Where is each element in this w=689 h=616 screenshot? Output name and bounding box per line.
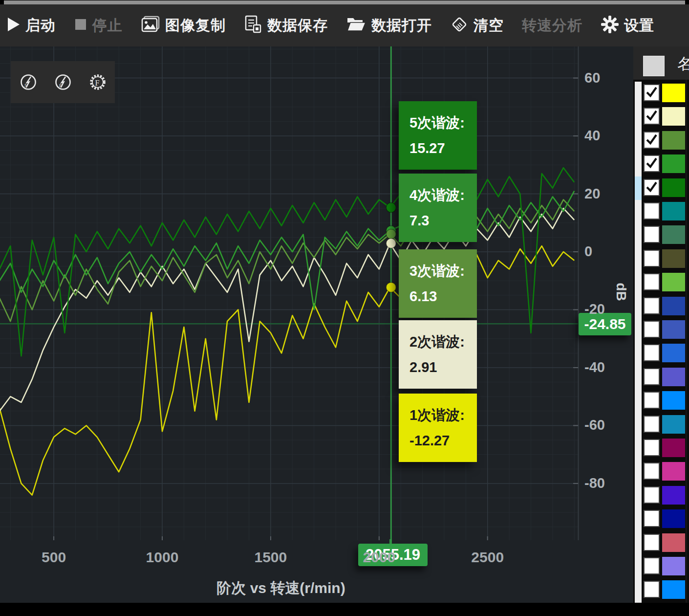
series-color-swatch-3[interactable] — [662, 131, 685, 150]
checkmark-icon — [645, 109, 659, 123]
series-color-swatch-12[interactable] — [662, 344, 685, 362]
row-header-22[interactable] — [635, 578, 642, 602]
series-color-swatch-1[interactable] — [662, 84, 685, 102]
row-header-19[interactable] — [635, 507, 642, 531]
order-spectrum-plot[interactable] — [0, 46, 579, 540]
y-tick-label: -40 — [584, 359, 623, 375]
series-visible-checkbox-1[interactable] — [644, 84, 660, 101]
row-header-10[interactable] — [635, 295, 642, 319]
series-color-swatch-5[interactable] — [662, 178, 685, 197]
image-copy-button[interactable]: 图像复制 — [141, 16, 226, 36]
row-header-5[interactable] — [635, 176, 642, 200]
row-header-15[interactable] — [635, 413, 642, 437]
main-toolbar: 启动 停止 图像复制 数据保存 — [0, 4, 689, 46]
row-header-11[interactable] — [635, 318, 642, 342]
series-color-swatch-11[interactable] — [662, 320, 685, 339]
series-color-swatch-2[interactable] — [662, 107, 685, 126]
series-visible-checkbox-16[interactable] — [644, 439, 660, 456]
series-visible-checkbox-12[interactable] — [644, 344, 660, 361]
row-header-9[interactable] — [635, 271, 642, 295]
series-color-swatch-15[interactable] — [662, 415, 685, 434]
row-header-8[interactable] — [635, 247, 642, 271]
series-color-swatch-7[interactable] — [662, 225, 685, 244]
start-button[interactable]: 启动 — [7, 16, 56, 36]
series-color-swatch-8[interactable] — [662, 249, 685, 268]
series-visible-checkbox-11[interactable] — [644, 321, 660, 338]
tooltip-label: 5次谐波: — [409, 113, 477, 132]
checkmark-icon — [645, 156, 659, 170]
row-header-2[interactable] — [635, 105, 642, 129]
data-open-button[interactable]: 数据打开 — [346, 16, 432, 36]
series-visible-checkbox-15[interactable] — [644, 416, 660, 433]
row-header-1[interactable] — [635, 82, 642, 106]
series-visible-checkbox-3[interactable] — [644, 132, 660, 149]
series-visible-checkbox-10[interactable] — [644, 297, 660, 314]
series-visible-checkbox-20[interactable] — [644, 534, 660, 551]
tooltip-harmonic-3: 3次谐波: 6.13 — [399, 249, 477, 318]
series-visible-checkbox-13[interactable] — [644, 368, 660, 385]
series-color-swatch-19[interactable] — [662, 509, 685, 528]
row-header-21[interactable] — [635, 555, 642, 579]
name-column-header: 名称 — [677, 54, 689, 74]
series-visible-checkbox-5[interactable] — [644, 179, 660, 196]
row-header-16[interactable] — [635, 437, 642, 461]
harmonic-cursor-f-icon[interactable]: F — [53, 72, 73, 92]
series-visible-checkbox-17[interactable] — [644, 462, 660, 480]
series-color-swatch-22[interactable] — [662, 580, 685, 599]
series-color-swatch-4[interactable] — [662, 154, 685, 173]
select-all-checkbox[interactable] — [643, 56, 665, 76]
plot-tools-overlay: N F F — [11, 61, 115, 103]
series-color-swatch-18[interactable] — [662, 486, 685, 505]
series-visible-checkbox-14[interactable] — [644, 392, 660, 409]
svg-text:N: N — [24, 83, 28, 88]
series-visible-checkbox-7[interactable] — [644, 226, 660, 243]
y-tick-label: 60 — [584, 70, 623, 86]
panel-column-separator — [686, 80, 687, 603]
svg-text:F: F — [95, 79, 99, 87]
series-visible-checkbox-18[interactable] — [644, 486, 660, 504]
speed-analysis-button[interactable]: 转速分析 — [522, 16, 582, 36]
row-header-6[interactable] — [635, 200, 642, 224]
row-header-3[interactable] — [635, 129, 642, 153]
row-header-13[interactable] — [635, 366, 642, 390]
stop-button[interactable]: 停止 — [74, 16, 123, 36]
x-tick-label: 2500 — [466, 549, 510, 566]
tooltip-label: 4次谐波: — [409, 185, 477, 205]
data-save-button[interactable]: 数据保存 — [244, 15, 328, 36]
row-header-17[interactable] — [635, 460, 642, 484]
tooltip-value: 6.13 — [409, 286, 477, 306]
series-visible-checkbox-19[interactable] — [644, 510, 660, 527]
series-visible-checkbox-6[interactable] — [644, 202, 660, 220]
series-color-swatch-16[interactable] — [662, 439, 685, 457]
series-visible-checkbox-8[interactable] — [644, 250, 660, 267]
row-header-14[interactable] — [635, 389, 642, 413]
series-color-swatch-20[interactable] — [662, 533, 685, 552]
series-visible-checkbox-22[interactable] — [644, 581, 660, 598]
series-color-swatch-14[interactable] — [662, 391, 685, 410]
clear-button[interactable]: 清空 — [450, 15, 504, 36]
harmonic-cursor-n-icon[interactable]: N — [19, 72, 38, 92]
settings-button[interactable]: 设置 — [601, 15, 654, 36]
row-header-12[interactable] — [635, 342, 642, 366]
series-color-swatch-9[interactable] — [662, 273, 685, 291]
series-visible-checkbox-4[interactable] — [644, 155, 660, 172]
row-header-18[interactable] — [635, 484, 642, 508]
series-color-swatch-10[interactable] — [662, 297, 685, 315]
play-icon — [7, 17, 21, 34]
row-header-7[interactable] — [635, 223, 642, 247]
data-open-label: 数据打开 — [371, 16, 432, 36]
series-color-swatch-17[interactable] — [662, 462, 685, 481]
frequency-gear-f-icon[interactable]: F — [88, 72, 108, 92]
series-visible-checkbox-21[interactable] — [644, 557, 660, 574]
series-visible-checkbox-2[interactable] — [644, 108, 660, 125]
series-color-swatch-13[interactable] — [662, 368, 685, 386]
eraser-icon — [450, 15, 469, 36]
y-tick-label: 40 — [584, 128, 623, 144]
row-header-20[interactable] — [635, 531, 642, 555]
series-visible-checkbox-9[interactable] — [644, 273, 660, 290]
y-tick-label: -80 — [584, 475, 623, 491]
checkmark-icon — [645, 132, 659, 147]
series-color-swatch-21[interactable] — [662, 557, 685, 575]
series-color-swatch-6[interactable] — [662, 202, 685, 220]
row-header-4[interactable] — [635, 153, 642, 176]
